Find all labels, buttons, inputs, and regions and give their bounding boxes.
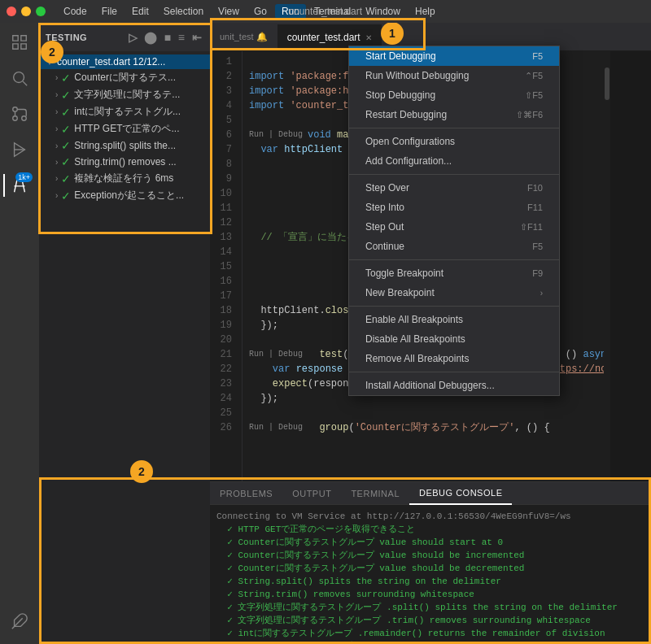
close-button[interactable] bbox=[7, 7, 16, 16]
test-label: 複雑な検証を行う 6ms bbox=[74, 172, 173, 185]
menu-step-over[interactable]: Step Over F10 bbox=[349, 178, 559, 198]
minimap bbox=[610, 51, 651, 481]
activity-testing[interactable]: 1k+ bbox=[3, 169, 36, 202]
maximize-button[interactable] bbox=[36, 7, 46, 16]
pass-icon: ✓ bbox=[61, 72, 71, 85]
run-tests-button[interactable]: ▷ bbox=[127, 29, 140, 46]
menu-step-into[interactable]: Step Into F11 bbox=[349, 198, 559, 217]
menu-open-configurations[interactable]: Open Configurations bbox=[349, 132, 559, 151]
pass-icon: ✓ bbox=[61, 189, 71, 202]
debug-line-7: ✓ 文字列処理に関するテストグループ .split() splits the s… bbox=[216, 601, 644, 614]
chevron-icon: › bbox=[55, 90, 58, 99]
shortcut-label: F10 bbox=[527, 183, 543, 193]
menu-file[interactable]: File bbox=[95, 4, 124, 19]
menu-install-debuggers[interactable]: Install Additional Debuggers... bbox=[349, 376, 559, 395]
menu-continue[interactable]: Continue F5 bbox=[349, 237, 559, 256]
menu-add-configuration[interactable]: Add Configuration... bbox=[349, 151, 559, 171]
stop-tests-button[interactable]: ■ bbox=[163, 29, 173, 46]
menu-selection[interactable]: Selection bbox=[157, 4, 210, 19]
tab-debug-console[interactable]: DEBUG CONSOLE bbox=[409, 482, 512, 505]
menu-item-label: Continue bbox=[365, 241, 404, 252]
menu-item-label: Install Additional Debuggers... bbox=[365, 380, 495, 391]
test-item-1[interactable]: › ✓ 文字列処理に関するテ... bbox=[39, 86, 210, 103]
menu-item-label: Enable All Breakpoints bbox=[365, 314, 463, 325]
test-item-6[interactable]: › ✓ 複雑な検証を行う 6ms bbox=[39, 170, 210, 187]
sidebar: TESTING ▷ ⬤ ■ ≡ ⇤ ▼ counter_test.dart 12… bbox=[39, 23, 210, 644]
menu-item-label: Stop Debugging bbox=[365, 89, 435, 101]
run-debug-badge-21[interactable]: Run | Debug bbox=[249, 347, 303, 362]
svg-point-3 bbox=[22, 116, 27, 121]
chevron-icon: › bbox=[55, 124, 58, 133]
menu-step-out[interactable]: Step Out ⇧F11 bbox=[349, 217, 559, 237]
shortcut-label: F9 bbox=[532, 268, 543, 278]
pass-icon: ✓ bbox=[61, 139, 71, 152]
chevron-icon: › bbox=[55, 174, 58, 183]
debug-line-2: ✓ Counterに関するテストグループ value should start … bbox=[216, 536, 644, 549]
menu-separator bbox=[349, 174, 559, 175]
menu-window[interactable]: Window bbox=[359, 4, 407, 19]
menu-edit[interactable]: Edit bbox=[125, 4, 155, 19]
debug-console-content[interactable]: Connecting to VM Service at http://127.0… bbox=[210, 505, 651, 644]
activity-extensions[interactable] bbox=[3, 605, 36, 637]
tab-problems[interactable]: PROBLEMS bbox=[210, 482, 282, 505]
menu-start-debugging[interactable]: Start Debugging F5 bbox=[349, 46, 559, 66]
menu-item-label: Step Out bbox=[365, 221, 404, 233]
activity-debug[interactable] bbox=[3, 133, 36, 166]
menu-separator bbox=[349, 128, 559, 128]
minimize-button[interactable] bbox=[21, 7, 31, 16]
test-file-item[interactable]: ▼ counter_test.dart 12/12... bbox=[39, 54, 210, 69]
activity-git[interactable] bbox=[3, 98, 36, 130]
tab-close-button[interactable]: ✕ bbox=[365, 33, 372, 42]
menu-separator bbox=[349, 306, 559, 307]
test-tree: ▼ counter_test.dart 12/12... › ✓ Counter… bbox=[39, 51, 210, 644]
debug-line-5: ✓ String.split() splits the string on th… bbox=[216, 575, 644, 588]
activity-explorer[interactable] bbox=[3, 26, 36, 59]
chevron-icon: ▼ bbox=[46, 58, 54, 67]
run-debug-badge-26[interactable]: Run | Debug bbox=[249, 420, 303, 435]
test-item-0[interactable]: › ✓ Counterに関するテス... bbox=[39, 69, 210, 86]
test-item-2[interactable]: › ✓ intに関するテストグル... bbox=[39, 103, 210, 120]
menu-help[interactable]: Help bbox=[409, 4, 442, 19]
run-debug-badge-6[interactable]: Run | Debug bbox=[249, 128, 303, 142]
debug-line-8: ✓ 文字列処理に関するテストグループ .trim() removes surro… bbox=[216, 614, 644, 627]
breadcrumb-unit: unit_test 🔔 bbox=[210, 32, 277, 42]
test-label: String.split() splits the... bbox=[74, 140, 176, 151]
test-item-5[interactable]: › ✓ String.trim() removes ... bbox=[39, 154, 210, 170]
menu-item-label: Start Debugging bbox=[365, 50, 436, 62]
menu-restart-debugging[interactable]: Restart Debugging ⇧⌘F6 bbox=[349, 105, 559, 124]
shortcut-label: F5 bbox=[532, 242, 543, 251]
testing-badge: 1k+ bbox=[15, 172, 33, 182]
activity-search[interactable] bbox=[3, 62, 36, 94]
test-item-7[interactable]: › ✓ Exceptionが起こること... bbox=[39, 187, 210, 204]
menu-stop-debugging[interactable]: Stop Debugging ⇧F5 bbox=[349, 85, 559, 105]
collapse-button[interactable]: ⇤ bbox=[190, 29, 204, 46]
test-item-3[interactable]: › ✓ HTTP GETで正常のペ... bbox=[39, 120, 210, 137]
menu-item-label: Remove All Breakpoints bbox=[365, 353, 469, 364]
tab-terminal[interactable]: TERMINAL bbox=[341, 482, 409, 505]
chevron-icon: › bbox=[55, 191, 58, 200]
menu-toggle-breakpoint[interactable]: Toggle Breakpoint F9 bbox=[349, 263, 559, 283]
menu-item-label: Run Without Debugging bbox=[365, 70, 469, 81]
menu-code[interactable]: Code bbox=[57, 4, 94, 19]
menu-go[interactable]: Go bbox=[247, 4, 273, 19]
tab-output[interactable]: OUTPUT bbox=[282, 482, 341, 505]
more-options-button[interactable]: ≡ bbox=[177, 29, 187, 46]
sidebar-actions: ▷ ⬤ ■ ≡ ⇤ bbox=[127, 29, 203, 46]
menu-run-without-debugging[interactable]: Run Without Debugging ⌃F5 bbox=[349, 66, 559, 85]
menu-enable-all-breakpoints[interactable]: Enable All Breakpoints bbox=[349, 310, 559, 329]
menu-remove-all-breakpoints[interactable]: Remove All Breakpoints bbox=[349, 349, 559, 368]
menu-disable-all-breakpoints[interactable]: Disable All Breakpoints bbox=[349, 329, 559, 349]
vertical-scrollbar[interactable] bbox=[604, 51, 610, 481]
debug-tests-button[interactable]: ⬤ bbox=[142, 29, 159, 46]
debug-line-9: ✓ intに関するテストグループ .remainder() returns th… bbox=[216, 627, 644, 640]
run-menu: Start Debugging F5 Run Without Debugging… bbox=[348, 46, 560, 396]
menu-new-breakpoint[interactable]: New Breakpoint › bbox=[349, 283, 559, 302]
test-item-4[interactable]: › ✓ String.split() splits the... bbox=[39, 137, 210, 154]
menu-separator bbox=[349, 259, 559, 260]
menu-view[interactable]: View bbox=[212, 4, 246, 19]
menu-item-label: Step Over bbox=[365, 182, 409, 194]
test-file-name: counter_test.dart 12/12... bbox=[57, 56, 165, 67]
traffic-lights bbox=[7, 7, 46, 16]
chevron-icon: › bbox=[55, 73, 58, 82]
menu-item-label: Open Configurations bbox=[365, 136, 455, 147]
